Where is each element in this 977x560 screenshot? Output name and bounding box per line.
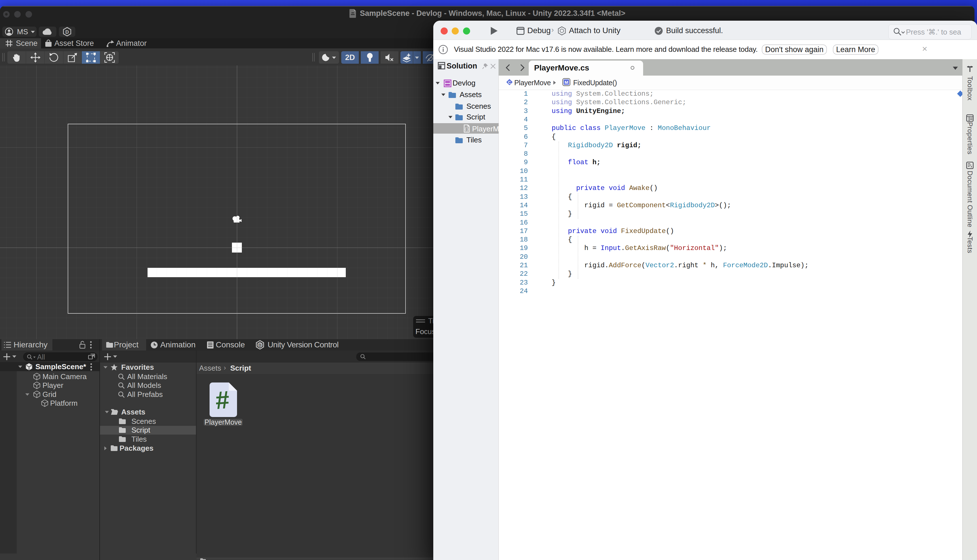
- svg-text:{}: {}: [464, 127, 469, 132]
- svg-text:#: #: [215, 385, 230, 414]
- svg-text:D: D: [258, 343, 262, 347]
- svg-text:D: D: [65, 30, 69, 35]
- svg-text:C: C: [508, 80, 511, 85]
- svg-text:M: M: [565, 80, 569, 85]
